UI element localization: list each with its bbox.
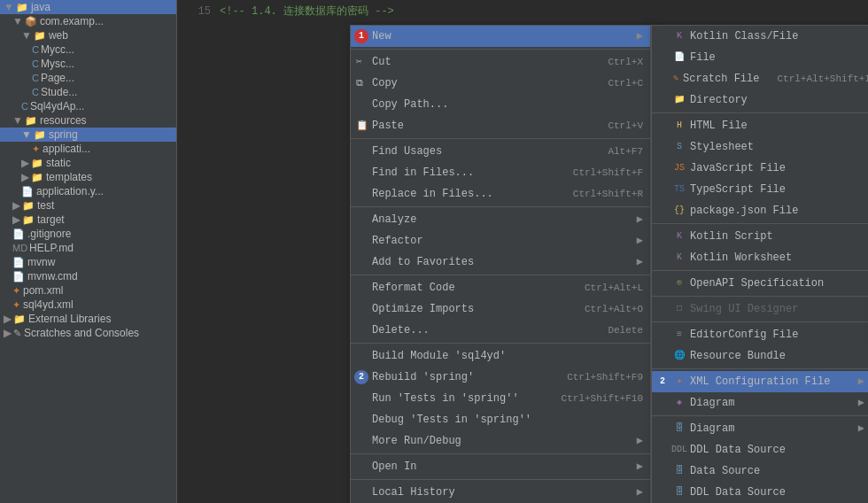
submenu-arrow-open: ▶ [637, 459, 643, 475]
submenu-arrow-new: ▶ [637, 28, 643, 44]
menu-item-editorconfig[interactable]: ≡ EditorConfig File [652, 324, 868, 345]
menu-item-resource-bundle[interactable]: 🌐 Resource Bundle [652, 345, 868, 367]
menu-item-ddl-source[interactable]: DDL DDL Data Source [652, 439, 868, 460]
menu-item-run-tests[interactable]: Run 'Tests in 'spring'' Ctrl+Shift+F10 [351, 388, 650, 409]
datasource-path-icon: 🗄 [673, 486, 686, 499]
menu-item-copy-path[interactable]: Copy Path... [351, 94, 650, 115]
tree-external-libs[interactable]: ▶ 📁 External Libraries [0, 312, 176, 326]
project-sidebar: ▼ 📁 java ▼ 📦 com.examp... ▼ 📁 web C Mycc… [0, 0, 177, 503]
tree-spring[interactable]: ▼ 📁 spring [0, 128, 176, 142]
menu-item-cut[interactable]: ✂ Cut Ctrl+X [351, 51, 650, 73]
tree-resources[interactable]: ▼ 📁 resources [0, 113, 176, 128]
tree-web[interactable]: ▼ 📁 web [0, 28, 176, 43]
menu-item-open-in[interactable]: Open In ▶ [351, 456, 650, 477]
badge-1: 1 [354, 29, 368, 43]
code-editor: 15 <!-- 1.4. 连接数据库的密码 --> 1 New ▶ ✂ Cut … [177, 0, 868, 503]
menu-item-diagram[interactable]: ◈ Diagram ▶ [652, 392, 868, 414]
context-menu-new-submenu: K Kotlin Class/File 📄 File ✎ Scratch Fil… [651, 25, 868, 503]
menu-item-rebuild[interactable]: 2 Rebuild 'spring' Ctrl+Shift+F9 [351, 367, 650, 388]
swing-icon: □ [673, 303, 686, 315]
menu-item-add-favorites[interactable]: Add to Favorites ▶ [351, 252, 650, 273]
kotlin-script-icon: K [673, 230, 686, 243]
menu-item-html-file[interactable]: H HTML File [652, 115, 868, 136]
menu-item-kotlin-worksheet[interactable]: K Kotlin Worksheet [652, 247, 868, 268]
tree-scratches[interactable]: ▶ ✎ Scratches and Consoles [0, 326, 176, 340]
tree-com-examp[interactable]: ▼ 📦 com.examp... [0, 14, 176, 28]
paste-icon: 📋 [356, 118, 368, 134]
submenu-arrow-favorites: ▶ [637, 254, 643, 270]
menu-item-data-source[interactable]: 🗄 Diagram ▶ [652, 418, 868, 439]
directory-icon: 📁 [673, 94, 686, 106]
tree-helpmd[interactable]: MD HELP.md [0, 241, 176, 255]
menu-item-local-history[interactable]: Local History ▶ [351, 482, 650, 503]
menu-item-scratch-file[interactable]: ✎ Scratch File Ctrl+Alt+Shift+Insert [652, 68, 868, 89]
menu-item-replace-files[interactable]: Replace in Files... Ctrl+Shift+R [351, 183, 650, 205]
tree-mvnwcmd[interactable]: 📄 mvnw.cmd [0, 269, 176, 283]
menu-item-debug-tests[interactable]: Debug 'Tests in 'spring'' [351, 409, 650, 430]
menu-item-paste[interactable]: 📋 Paste Ctrl+V [351, 115, 650, 136]
menu-item-package-json[interactable]: {} package.json File [652, 200, 868, 221]
submenu-arrow-analyze: ▶ [637, 212, 643, 228]
menu-item-copy[interactable]: ⧉ Copy Ctrl+C [351, 73, 650, 94]
menu-item-analyze[interactable]: Analyze ▶ [351, 209, 650, 230]
openapi-icon: ⊕ [673, 277, 686, 290]
menu-item-directory[interactable]: 📁 Directory [652, 89, 868, 111]
menu-item-refactor[interactable]: Refactor ▶ [351, 230, 650, 252]
tree-pomxml[interactable]: ✦ pom.xml [0, 283, 176, 298]
menu-item-datasource-url[interactable]: 🗄 Data Source [652, 460, 868, 482]
ddl-icon: DDL [673, 444, 686, 456]
tree-java[interactable]: ▼ 📁 java [0, 0, 176, 14]
js-icon: JS [673, 162, 686, 174]
menu-item-kotlin-class[interactable]: K Kotlin Class/File [652, 26, 868, 47]
menu-item-more-run[interactable]: More Run/Debug ▶ [351, 430, 650, 452]
menu-item-file[interactable]: 📄 File [652, 47, 868, 68]
submenu-arrow-refactor: ▶ [637, 233, 643, 249]
menu-item-stylesheet[interactable]: S Stylesheet [652, 136, 868, 158]
resource-bundle-icon: 🌐 [673, 350, 686, 362]
cut-icon: ✂ [356, 54, 362, 70]
submenu-arrow-diagram: ▶ [858, 395, 864, 411]
pkg-icon: {} [673, 205, 686, 217]
css-icon: S [673, 141, 686, 153]
tree-mvnw[interactable]: 📄 mvnw [0, 255, 176, 269]
submenu-arrow-run: ▶ [637, 433, 643, 449]
tree-sql4ydxml[interactable]: ✦ sql4yd.xml [0, 298, 176, 312]
menu-item-find-usages[interactable]: Find Usages Alt+F7 [351, 141, 650, 162]
file-icon: 📄 [673, 51, 686, 64]
tree-templates[interactable]: ▶ 📁 templates [0, 170, 176, 184]
kotlin-worksheet-icon: K [673, 252, 686, 264]
menu-item-datasource-path[interactable]: 🗄 DDL Data Source [652, 482, 868, 503]
tree-applicati[interactable]: ✦ applicati... [0, 142, 176, 156]
menu-item-delete[interactable]: Delete... Delete [351, 320, 650, 341]
context-menu-primary: 1 New ▶ ✂ Cut Ctrl+X ⧉ Copy Ctrl+C Copy … [350, 25, 651, 503]
menu-item-xml-config[interactable]: 2 ✦ XML Configuration File ▶ [652, 371, 868, 392]
editorconfig-icon: ≡ [673, 329, 686, 341]
tree-gitignore[interactable]: 📄 .gitignore [0, 227, 176, 241]
menu-item-build-module[interactable]: Build Module 'sql4yd' [351, 345, 650, 367]
menu-item-optimize-imports[interactable]: Optimize Imports Ctrl+Alt+O [351, 298, 650, 320]
tree-mysc[interactable]: C Mysc... [0, 57, 176, 71]
datasource-url-icon: 🗄 [673, 465, 686, 477]
submenu-arrow-history: ▶ [637, 484, 643, 500]
menu-item-kotlin-script[interactable]: K Kotlin Script [652, 226, 868, 247]
tree-test[interactable]: ▶ 📁 test [0, 198, 176, 213]
tree-application-yml[interactable]: 📄 application.y... [0, 184, 176, 198]
menu-item-typescript-file[interactable]: TS TypeScript File [652, 179, 868, 200]
tree-sql4ydap[interactable]: C Sql4ydAp... [0, 99, 176, 113]
html-icon: H [673, 120, 686, 132]
submenu-arrow-xml: ▶ [858, 374, 864, 390]
tree-target[interactable]: ▶ 📁 target [0, 213, 176, 227]
copy-icon: ⧉ [356, 75, 363, 91]
tree-mycc[interactable]: C Mycc... [0, 43, 176, 57]
menu-item-swing: □ Swing UI Designer [652, 298, 868, 320]
menu-item-find-files[interactable]: Find in Files... Ctrl+Shift+F [351, 162, 650, 183]
menu-item-new[interactable]: 1 New ▶ [351, 26, 650, 47]
tree-static[interactable]: ▶ 📁 static [0, 156, 176, 170]
tree-stude[interactable]: C Stude... [0, 85, 176, 99]
menu-item-openapi[interactable]: ⊕ OpenAPI Specification [652, 273, 868, 294]
scratch-icon: ✎ [673, 73, 678, 85]
tree-page[interactable]: C Page... [0, 71, 176, 85]
kotlin-icon: K [673, 30, 686, 43]
menu-item-javascript-file[interactable]: JS JavaScript File [652, 158, 868, 179]
menu-item-reformat[interactable]: Reformat Code Ctrl+Alt+L [351, 277, 650, 298]
